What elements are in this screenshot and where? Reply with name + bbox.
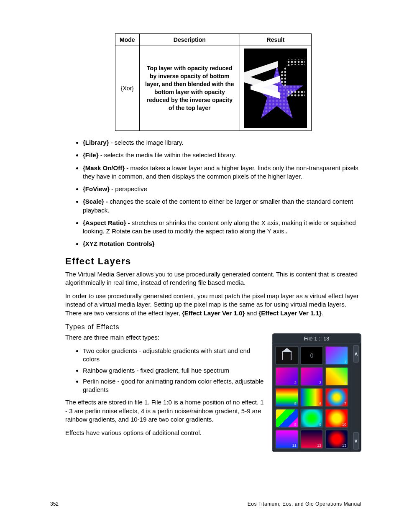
para-effects-options: Effects have various options of addition… [65,429,264,437]
cell-description: Top layer with opacity reduced by invers… [139,46,240,131]
bullet-library: {Library} - selects the image library. [83,138,361,147]
file-cell-5[interactable]: 5 [275,388,299,407]
file-cell-12[interactable]: 12 [300,430,324,449]
file-cell-10[interactable]: 10 [325,409,348,428]
effect-type-perlin: Perlin noise - good for animating random… [83,377,264,394]
page-number: 352 [50,501,59,507]
file-cell-9[interactable]: 9 [300,409,324,428]
file-cell-7[interactable]: 7 [325,388,348,407]
scroll-up-button[interactable]: ʌ [353,345,359,363]
para-vms-intro: The Virtual Media Server allows you to u… [65,270,361,287]
effect-type-rainbow: Rainbow gradients - fixed gradient, full… [83,366,264,375]
file-cell-4[interactable]: 4 [325,367,348,386]
property-bullet-list: {Library} - selects the image library. {… [65,138,361,248]
bullet-foview: {FoView} - perspective [83,185,361,193]
bullet-xyz: {XYZ Rotation Controls} [83,240,361,248]
section-heading-effect-layers: Effect Layers [65,256,361,267]
file-cell-6[interactable]: 6 [300,388,324,407]
file-cell-11[interactable]: 11 [275,430,299,449]
file-grid: 0 1 2 3 4 5 6 7 8 9 10 11 12 13 [273,343,351,451]
effect-types-list: Two color gradients - adjustable gradien… [65,347,264,394]
file-cell-8[interactable]: 8 [275,409,299,428]
th-mode: Mode [115,34,140,46]
th-result: Result [240,34,312,46]
th-description: Description [139,34,240,46]
effects-intro-line: There are three main effect types: [65,333,264,342]
file-scrollbar: ʌ v [351,343,361,451]
file-cell-0[interactable]: 0 [300,346,324,365]
file-cell-3[interactable]: 3 [300,367,324,386]
cell-mode: {Xor} [115,46,140,131]
bullet-mask: {Mask On/Off} - masks takes a lower laye… [83,164,361,181]
manual-title: Eos Titanium, Eos, and Gio Operations Ma… [248,501,361,507]
blend-mode-table: Mode Description Result {Xor} Top layer … [115,33,312,131]
scroll-track[interactable] [353,364,359,430]
bullet-scale: {Scale} - changes the scale of the conte… [83,197,361,215]
para-effects-storage: The effects are stored in file 1. File 1… [65,398,264,424]
cell-result [240,46,312,131]
file-browser-title: File 1 :: 13 [273,334,361,343]
subsection-types-of-effects: Types of Effects [65,323,361,331]
bullet-aspect: {Aspect Ratio} - stretches or shrinks th… [83,219,361,236]
file-cell-1[interactable]: 1 [325,346,348,365]
xor-result-image [244,49,307,128]
file-cell-2[interactable]: 2 [275,367,299,386]
para-effect-versions: In order to use procedurally generated c… [65,292,361,317]
file-cell-home[interactable] [275,346,299,365]
file-cell-13[interactable]: 13 [325,430,348,449]
file-browser-panel: File 1 :: 13 0 1 2 3 4 5 6 7 8 9 10 11 1… [272,333,361,452]
bullet-file: {File} - selects the media file within t… [83,151,361,159]
home-icon [282,351,292,360]
scroll-down-button[interactable]: v [353,432,359,450]
effect-type-two-color: Two color gradients - adjustable gradien… [83,347,264,364]
